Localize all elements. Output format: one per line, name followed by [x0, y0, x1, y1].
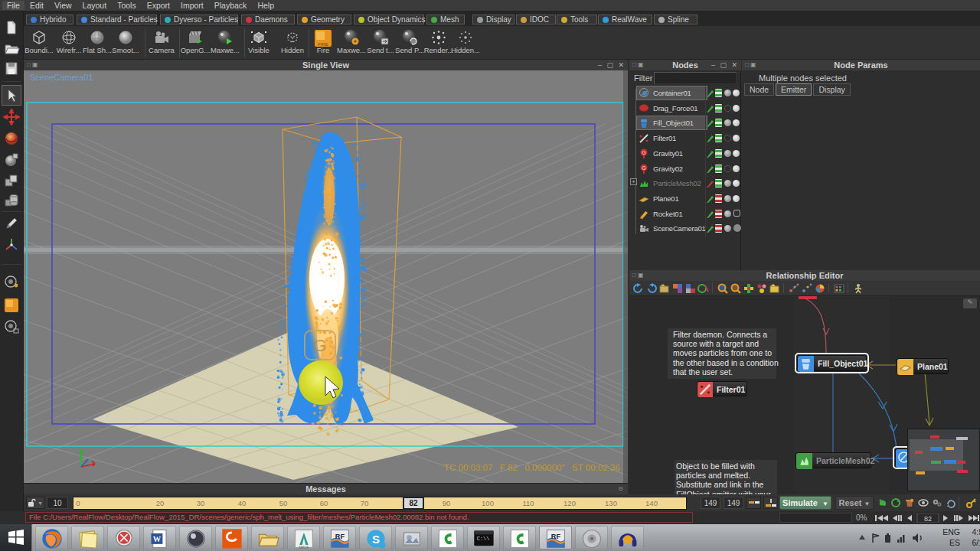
svg-text:G: G — [642, 150, 645, 155]
svg-text:C:\\: C:\\ — [477, 536, 490, 542]
svg-text:G: G — [642, 165, 645, 171]
svg-text:SceneCamera01: SceneCamera01 — [30, 73, 93, 82]
svg-text:W: W — [153, 535, 162, 543]
svg-text:TC 00:03:07 F 82 0.000000": TC 00:03:07 F 82 0.000000" ST 00:02:36 — [444, 463, 620, 472]
svg-text:82: 82 — [924, 515, 932, 523]
svg-text:RF: RF — [551, 533, 561, 540]
svg-text:RF: RF — [335, 533, 345, 540]
svg-text:S: S — [372, 533, 380, 546]
svg-text:MAYA: MAYA — [299, 546, 309, 549]
svg-text:G: G — [313, 336, 326, 355]
